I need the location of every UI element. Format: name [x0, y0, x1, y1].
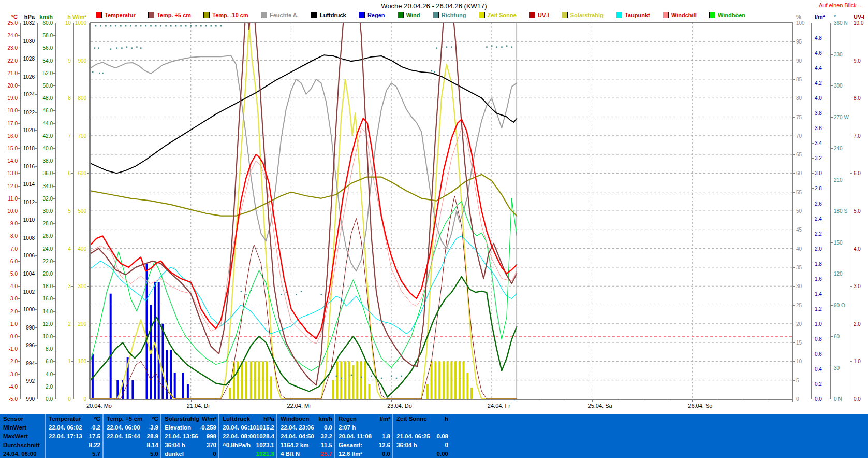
axis-tick-label: 30 [834, 365, 857, 371]
axis-tick-label: 1.0 [854, 359, 868, 364]
legend-color-swatch [616, 12, 622, 18]
table-column-solarstrahlg: SolarstrahlgW/m²Elevation-0.25921.04. 13… [160, 414, 219, 458]
axis-tick-label: 58.0 [30, 33, 53, 38]
axis-tick [18, 374, 20, 375]
legend-color-swatch [148, 12, 154, 18]
axis-tick [53, 123, 55, 124]
table-data-row: 5.7 [46, 449, 104, 458]
axis-tick [87, 324, 89, 324]
table-data-row: 22.04. 15:4428.9 [104, 432, 161, 441]
axis-tick-label: 70 [796, 133, 819, 139]
axis-tick [850, 324, 852, 324]
legend-label: Temp. +5 cm [157, 12, 191, 18]
axis-tick-label: 300 [64, 283, 86, 289]
axis-tick [831, 54, 833, 55]
axis-tick-label: 1002 [12, 289, 35, 295]
axis-tick-label: 16.0 [30, 296, 53, 302]
table-data-row: 22.04. 17:1317.5 [46, 432, 104, 441]
axis-tick-label: 14.0 [30, 309, 53, 314]
axis-tick-label: 3.2 [815, 155, 837, 161]
table-cell: Elevation [165, 424, 191, 431]
axis-tick [35, 166, 37, 167]
axis-tick [850, 23, 852, 23]
axis-tick [35, 255, 37, 256]
axis-tick-label: 6.0 [854, 170, 868, 176]
axis-tick [812, 264, 814, 264]
axis-tick [35, 130, 37, 131]
axis-tick [35, 381, 37, 381]
axis-tick-label: 2.8 [815, 185, 837, 191]
axis-tick-label: 38.0 [30, 158, 53, 164]
axis-tick [812, 158, 814, 159]
axis-tick [53, 85, 55, 86]
table-cell: 1015.2 [256, 424, 274, 431]
legend-item-luftdruck: Luftdruck [311, 12, 346, 18]
table-cell: W/m² [202, 416, 216, 422]
axis-tick-label: 4.0 [0, 283, 18, 289]
table-cell: 22.04. 06:02 [49, 424, 82, 431]
axis-tick [18, 35, 20, 36]
axis-tick-label: 56.0 [30, 45, 53, 51]
axis-tick [53, 223, 55, 224]
axis-tick [812, 279, 814, 279]
axis-tick-label: 5.0 [854, 208, 868, 214]
weather-chart-plot[interactable] [91, 23, 792, 399]
table-header-row: Windböenkm/h [277, 414, 335, 423]
axis-tick [831, 305, 833, 306]
table-data-row: ^0.8hPa/h1023.1 [219, 440, 277, 449]
axis-tick-label: -4.0 [0, 384, 18, 390]
table-cell: 1021.3 [256, 451, 274, 457]
table-cell: 1023.1 [256, 442, 274, 448]
axis-tick [812, 83, 814, 83]
table-cell: 22.04. 08:00 [223, 433, 256, 439]
table-data-row: 0.00 [393, 449, 451, 458]
axis-tick-label: 90 [796, 58, 819, 64]
axis-tick [812, 234, 814, 234]
axis-tick-label: 44.0 [30, 121, 53, 126]
axis-tick-label: 992 [12, 378, 35, 384]
axis-tick-label: -3.0 [0, 371, 18, 377]
table-cell: Solarstrahlg [165, 416, 199, 422]
table-cell: 5.0 [150, 451, 158, 457]
table-column-temperatur: Temperatur°C22.04. 06:02-0.222.04. 17:13… [45, 414, 104, 458]
axis-tick-label: 700 [64, 133, 86, 139]
axis-tick [87, 61, 89, 61]
table-cell: 22.04. 23:06 [281, 424, 314, 431]
axis-tick [831, 368, 833, 368]
axis-tick-label: 0 [64, 396, 86, 402]
table-cell: 22.04. 15:44 [107, 433, 140, 439]
axis-tick [35, 292, 37, 292]
x-axis-date-label: 21.04. Di [187, 403, 210, 409]
axis-tick [18, 387, 20, 387]
legend-item-feuchte-a-: Feuchte A. [261, 12, 299, 18]
axis-tick-label: 0.0 [854, 396, 868, 402]
legend-color-swatch [203, 12, 210, 18]
table-data-row: 22.04. 06:02-0.2 [46, 423, 104, 432]
legend-label: Temp. -10 cm [212, 12, 248, 18]
axis-tick [35, 41, 37, 41]
axis-tick-label: 4.4 [815, 65, 837, 71]
axis-tick [812, 369, 814, 369]
axis-tick-label: 1016 [12, 164, 35, 169]
axis-tick-label: 1020 [12, 127, 35, 133]
table-data-row: 24.04. 04:5032.2 [277, 432, 335, 441]
axis-tick [831, 274, 833, 274]
chart-legend: TemperaturTemp. +5 cmTemp. -10 cmFeuchte… [96, 12, 745, 18]
axis-tick [53, 274, 55, 274]
legend-label: Windchill [671, 12, 697, 18]
quick-view-link[interactable]: Auf einen Blick ... [819, 2, 863, 8]
axis-tick-label: 0.6 [815, 351, 837, 357]
table-cell: 1028.4 [256, 433, 274, 439]
table-data-row: 22.04. 06:00-3.9 [104, 423, 161, 432]
axis-tick [53, 110, 55, 111]
axis-tick [53, 186, 55, 187]
axis-tick [35, 94, 37, 95]
axis-tick [812, 68, 814, 68]
table-cell: 0 [213, 451, 216, 457]
axis-tick-label: 14.0 [0, 158, 18, 164]
axis-tick [87, 286, 89, 287]
axis-title-W/m²: W/m² [64, 13, 86, 20]
table-cell: 8.14 [147, 442, 158, 448]
axis-tick [18, 286, 20, 287]
table-cell: 17.5 [89, 433, 100, 439]
